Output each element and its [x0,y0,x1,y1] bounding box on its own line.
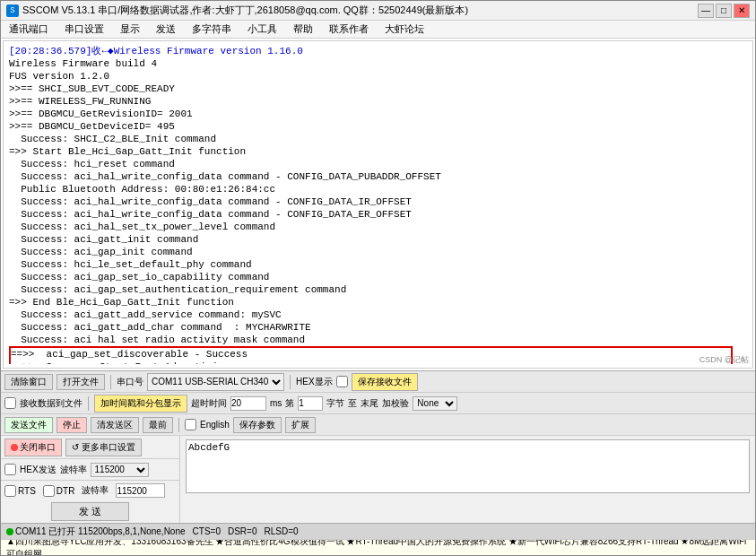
rts-label: RTS [18,486,36,496]
terminal-line: Success: aci_gatt_add_char command : MYC… [9,321,747,334]
codec-select[interactable]: None [413,396,457,411]
menu-multistring[interactable]: 多字符串 [189,22,234,37]
save-params-button[interactable]: 保存参数 [233,417,282,433]
hex-display-label: HEX显示 [296,376,333,388]
menu-forum[interactable]: 大虾论坛 [382,22,427,37]
stop-button[interactable]: 停止 [56,417,87,433]
main-window: S SSCOM V5.13.1 串口/网络数据调试器,作者:大虾丁丁,26180… [0,0,756,556]
terminal-line: Success: aci_gatt_add_service command: m… [9,308,747,321]
toolbar-row-2: 接收数据到文件 加时间戳和分包显示 超时时间 ms 第 字节 至 末尾 加校验 … [1,393,755,414]
terminal-scroll[interactable]: [20:28:36.579]收←◆Wireless Firmware versi… [9,45,747,364]
terminal-line: >>== DBGMCU_GetDeviceID= 495 [9,120,747,133]
terminal-line: Public Bluetooth Address: 00:80:e1:26:84… [9,183,747,195]
big-send-button[interactable]: 发 送 [51,502,129,521]
no-label: 第 [285,397,294,410]
terminal-line: Success: aci_gap_init command [9,246,747,258]
menu-tools[interactable]: 小工具 [245,22,280,37]
dtr-label: DTR [56,486,75,496]
separator [290,375,291,389]
terminal-line: Success: aci_gap_set_io_capability comma… [9,271,747,283]
clear-send-button[interactable]: 清发送区 [91,417,139,433]
menu-bar: 通讯端口 串口设置 显示 发送 多字符串 小工具 帮助 联系作者 大虾论坛 [1,21,755,39]
terminal-line: =>> End Ble_Hci_Gap_Gatt_Init function [9,296,747,308]
terminal-area: [20:28:36.579]收←◆Wireless Firmware versi… [3,40,753,369]
separator [178,418,179,432]
terminal-line: Success: hci_reset command [9,158,747,170]
end-label: 末尾 [361,397,378,410]
rts-label-row: RTS [4,485,36,497]
terminal-line: Success: aci_hal_set_tx_power_level comm… [9,221,747,233]
delay-input[interactable] [230,396,266,411]
close-port-button[interactable]: 关闭串口 [4,439,62,456]
baudrate-label: 波特率 [60,464,87,476]
terminal-line: Success: SHCI_C2_BLE_Init command [9,133,747,145]
terminal-line: Success: hci_le_set_default_phy command [9,258,747,271]
toolbar-row-1: 清除窗口 打开文件 串口号 COM11 USB-SERIAL CH340 HEX… [1,371,755,393]
terminal-line: FUS version 1.2.0 [9,70,747,83]
terminal-line: Success: aci hal set radio activity mask… [9,334,747,346]
port-label: 串口号 [117,376,143,388]
app-icon: S [6,4,19,17]
port-select[interactable]: COM11 USB-SERIAL CH340 [147,373,284,391]
end-button[interactable]: 最前 [143,417,173,433]
marquee-bar: ▲四川果图急寻YLC应用开发、13316083163备先生 ★合道高性价比4G模… [1,539,755,555]
delay-label: 超时时间 [191,397,227,410]
recv-data-file-label: 接收数据到文件 [20,397,83,410]
separator [88,396,89,411]
terminal-line: >>== SHCI_SUB_EVT_CODE_READY [9,83,747,95]
menu-serial-settings[interactable]: 串口设置 [62,22,107,37]
status-bar: COM11 已打开 115200bps,8,1,None,None CTS=0 … [1,523,755,539]
menu-contact[interactable]: 联系作者 [326,22,371,37]
clear-window-button[interactable]: 清除窗口 [4,374,53,390]
menu-display[interactable]: 显示 [117,22,143,37]
dtr-checkbox[interactable] [43,485,55,497]
send-file-button[interactable]: 发送文件 [4,417,53,433]
terminal-line: >>== DBGMCU_GetRevisionID= 2001 [9,108,747,120]
rate-input[interactable] [116,483,165,498]
close-port-label: 关闭串口 [20,441,56,454]
to-label: 至 [348,397,357,410]
window-title: SSCOM V5.13.1 串口/网络数据调试器,作者:大虾丁丁,2618058… [22,4,468,17]
add-time-pkg-button[interactable]: 加时间戳和分包显示 [94,395,187,413]
terminal-line: Wireless Firmware build 4 [9,57,747,70]
rts-dtr-row: RTS DTR 波特率 [1,481,179,500]
status-seg-1: COM11 已打开 115200bps,8,1,None,None [6,526,186,538]
menu-comm-port[interactable]: 通讯端口 [6,22,51,37]
terminal-line-highlight: ==>> aci_gap_set_discoverable - Success [11,348,731,361]
hex-display-checkbox[interactable] [336,376,348,387]
port-control-row: 关闭串口 ↺ 更多串口设置 [1,436,179,459]
bottom-left: 关闭串口 ↺ 更多串口设置 HEX发送 波特率 115200 [1,436,180,523]
terminal-line: Success: aci_gap_set_authentication_requ… [9,283,747,296]
status-dsr: DSR=0 [228,526,257,536]
separator [110,375,111,389]
hex-send-label: HEX发送 [20,464,56,476]
send-textarea[interactable]: AbcdefG [186,439,750,493]
save-recv-button[interactable]: 保存接收文件 [352,373,418,391]
close-button[interactable]: ✕ [734,4,750,18]
open-file-button[interactable]: 打开文件 [56,374,105,390]
minimize-button[interactable]: — [698,4,714,18]
baudrate-select[interactable]: 115200 [91,463,149,477]
recv-data-file-checkbox[interactable] [4,397,16,409]
menu-send[interactable]: 发送 [153,22,178,37]
terminal-line: Success: aci_hal_write_config_data comma… [9,195,747,208]
terminal-line: >>== WIRELESS_FW_RUNNING [9,95,747,108]
port-status-indicator [11,444,18,451]
expand-button[interactable]: 扩展 [285,417,316,433]
english-checkbox[interactable] [185,419,196,430]
byte-no-input[interactable] [298,396,323,411]
menu-help[interactable]: 帮助 [291,22,316,37]
status-text: COM11 已打开 115200bps,8,1,None,None [15,526,186,538]
terminal-line: Success: aci_hal_write_config_data comma… [9,208,747,221]
more-settings-button[interactable]: ↺ 更多串口设置 [65,439,142,456]
hex-send-checkbox[interactable] [4,464,16,475]
rts-checkbox[interactable] [4,485,16,497]
title-bar-left: S SSCOM V5.13.1 串口/网络数据调试器,作者:大虾丁丁,26180… [6,4,468,17]
bottom-right: AbcdefG [180,436,755,523]
send-center: 发 送 [1,500,179,523]
send-input-area: AbcdefG [180,436,755,523]
bottom-panel: 清除窗口 打开文件 串口号 COM11 USB-SERIAL CH340 HEX… [1,370,755,555]
watermark: CSDN @记帖 [700,353,749,366]
english-label: English [200,420,230,430]
maximize-button[interactable]: □ [716,4,732,18]
